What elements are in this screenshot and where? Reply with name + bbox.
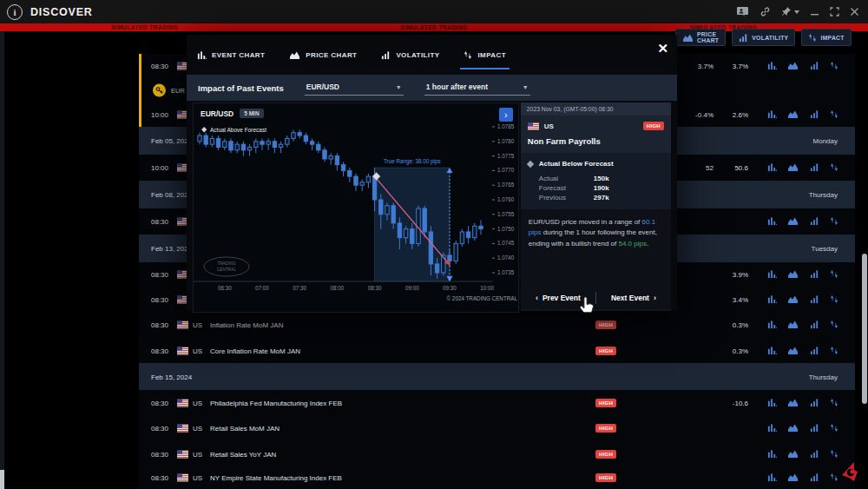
event-chart-icon[interactable] <box>767 107 777 122</box>
price-chart-button[interactable]: PRICE CHART <box>675 29 726 46</box>
event-chart-icon[interactable] <box>767 343 777 359</box>
impact-icon[interactable] <box>830 58 838 74</box>
price-chart-icon[interactable] <box>787 343 799 359</box>
impact-icon[interactable] <box>830 267 838 282</box>
impact-button[interactable]: IMPACT <box>801 29 851 46</box>
event-chart-icon[interactable] <box>767 317 777 333</box>
price-chart-icon[interactable] <box>787 58 799 74</box>
event-name: Retail Sales YoY JAN <box>210 450 276 458</box>
calendar-row[interactable]: 08:30USPhiladelphia Fed Manufacturing In… <box>139 390 855 416</box>
svg-text:1.0770: 1.0770 <box>497 167 515 173</box>
impact-icon[interactable] <box>830 395 838 411</box>
event-country: US <box>193 399 202 406</box>
tab-impact[interactable]: IMPACT <box>464 35 505 75</box>
event-chart-icon[interactable] <box>767 395 777 411</box>
volatility-icon[interactable] <box>810 58 819 74</box>
candlestick-chart: True Range: 38.00 pips1.07851.07801.0775… <box>194 103 523 310</box>
event-chart-icon[interactable] <box>767 446 777 462</box>
event-chart-icon[interactable] <box>767 160 777 175</box>
impact-icon[interactable] <box>830 470 838 486</box>
weekday-label: Tuesday <box>812 245 838 253</box>
event-chart-icon[interactable] <box>767 470 777 486</box>
impact-icon[interactable] <box>830 292 838 307</box>
svg-text:07:00: 07:00 <box>255 285 269 291</box>
svg-text:CENTRAL: CENTRAL <box>217 268 237 272</box>
stat-value: 297k <box>594 194 609 202</box>
scrollbar-thumb[interactable] <box>862 254 867 404</box>
modal-title: Impact of Past Events <box>198 83 284 93</box>
event-chart-icon[interactable] <box>767 292 777 307</box>
tab-event-chart[interactable]: EVENT CHART <box>197 35 265 75</box>
volatility-icon[interactable] <box>810 292 819 307</box>
event-chart-icon[interactable] <box>767 420 777 436</box>
horizon-select[interactable]: 1 hour after event ▼ <box>424 80 530 96</box>
next-event-button[interactable]: Next Event › <box>596 294 671 302</box>
minimize-icon[interactable] <box>810 7 819 17</box>
price-chart-icon[interactable] <box>787 470 799 486</box>
price-chart-icon[interactable] <box>787 160 799 175</box>
impact-icon[interactable] <box>830 420 838 436</box>
us-flag-icon <box>177 399 188 406</box>
price-chart-icon[interactable] <box>787 446 799 462</box>
price-chart-icon[interactable] <box>787 395 799 411</box>
svg-text:10:00: 10:00 <box>480 285 494 291</box>
row-chart-buttons: PRICE CHART VOLATILITY IMPACT <box>675 29 849 46</box>
event-time: 08:30 <box>151 218 168 226</box>
impact-icon[interactable] <box>830 214 838 229</box>
volatility-icon[interactable] <box>810 470 819 486</box>
impact-icon[interactable] <box>830 317 838 333</box>
us-flag-icon <box>177 321 188 329</box>
price-chart-icon[interactable] <box>787 420 799 436</box>
volatility-icon[interactable] <box>810 317 819 333</box>
volatility-button[interactable]: VOLATILITY <box>732 29 795 46</box>
impact-icon[interactable] <box>830 160 838 175</box>
volatility-icon[interactable] <box>810 160 819 175</box>
volatility-icon[interactable] <box>810 107 819 122</box>
event-chart-icon[interactable] <box>767 267 777 282</box>
price-chart-icon[interactable] <box>787 292 799 307</box>
event-chart-icon[interactable] <box>767 214 777 229</box>
stat-value: 190k <box>594 184 609 192</box>
close-icon[interactable]: ✕ <box>657 42 668 55</box>
price-chart-icon[interactable] <box>787 317 799 333</box>
impact-icon[interactable] <box>830 343 838 359</box>
tab-price-chart[interactable]: PRICE CHART <box>289 35 357 75</box>
tab-volatility[interactable]: VOLATILITY <box>381 35 439 75</box>
calendar-row[interactable]: 08:30USCore Inflation Rate MoM JANHIGH0.… <box>139 338 855 364</box>
close-window-icon[interactable] <box>850 7 859 17</box>
pair-value: EUR/USD <box>306 83 339 91</box>
volatility-icon[interactable] <box>810 446 819 462</box>
svg-text:TRADING: TRADING <box>217 261 236 266</box>
calendar-row[interactable]: 08:30USNY Empire State Manufacturing Ind… <box>139 466 855 489</box>
calendar-row[interactable]: 08:30USRetail Sales MoM JANHIGH <box>139 415 855 442</box>
price-chart-icon[interactable] <box>787 267 799 282</box>
calendar-row[interactable]: 08:30USInflation Rate MoM JANHIGH0.3% <box>139 312 855 339</box>
impact-icon[interactable] <box>830 107 838 122</box>
stat-label: Forecast <box>539 184 594 192</box>
link-icon[interactable] <box>760 6 771 17</box>
volatility-icon[interactable] <box>810 343 819 359</box>
event-country: US <box>193 450 202 458</box>
volatility-icon[interactable] <box>810 395 819 411</box>
calendar-row[interactable]: 08:30USRetail Sales YoY JANHIGH <box>139 441 855 467</box>
weekday-label: Thursday <box>809 373 838 380</box>
event-country: US <box>193 347 202 354</box>
event-title: Non Farm Payrolls <box>528 136 664 146</box>
chart-next-button[interactable]: › <box>499 108 513 122</box>
volatility-icon[interactable] <box>810 214 819 229</box>
price-chart-icon[interactable] <box>787 214 799 229</box>
volatility-icon[interactable] <box>810 267 819 282</box>
tab-label: VOLATILITY <box>396 51 439 59</box>
volatility-icon[interactable] <box>810 420 819 436</box>
maximize-icon[interactable] <box>830 7 839 17</box>
svg-text:1.0780: 1.0780 <box>497 138 515 144</box>
pair-select[interactable]: EUR/USD ▼ <box>305 80 404 96</box>
feedback-icon[interactable] <box>736 6 749 17</box>
price-chart-icon[interactable] <box>787 107 799 122</box>
impact-icon[interactable] <box>830 446 838 462</box>
row-chart-icons <box>767 470 838 486</box>
date-header-row: Feb 15, 2024Thursday <box>139 363 855 391</box>
pin-icon[interactable] <box>781 6 799 17</box>
event-chart-icon[interactable] <box>767 58 777 74</box>
event-value-2: 0.3% <box>703 347 748 354</box>
